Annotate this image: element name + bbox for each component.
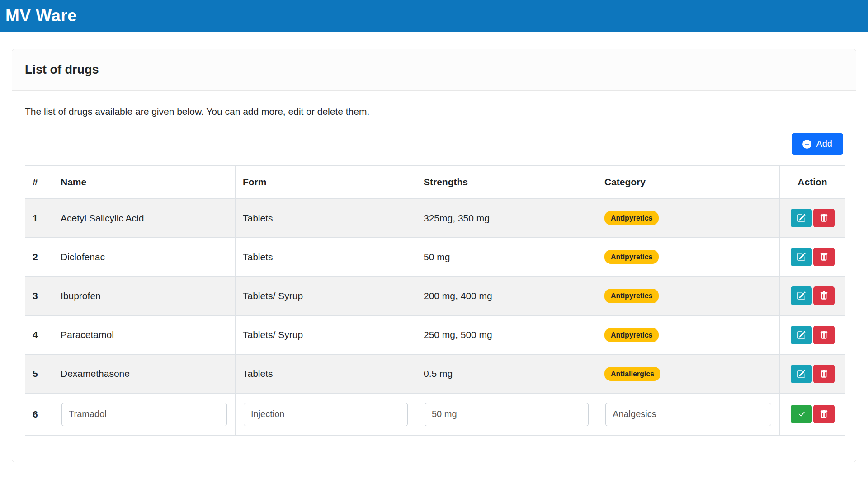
action-buttons <box>783 209 841 227</box>
card-header: List of drugs <box>12 49 856 91</box>
drug-name: Diclofenac <box>53 238 236 277</box>
form-input[interactable] <box>244 403 408 426</box>
trash-icon <box>820 214 828 222</box>
category-input[interactable] <box>605 403 771 426</box>
trash-icon <box>820 410 828 418</box>
drug-category-cell: Antipyretics <box>597 315 780 354</box>
drug-category-cell: Antipyretics <box>597 199 780 238</box>
category-badge: Antipyretics <box>604 328 659 342</box>
edit-button[interactable] <box>791 365 812 383</box>
drug-list-card: List of drugs The list of drugs availabl… <box>12 49 856 462</box>
page-title: List of drugs <box>25 63 843 77</box>
action-cell <box>780 199 845 238</box>
drug-strengths: 50 mg <box>416 238 597 277</box>
drug-name-cell <box>53 393 236 435</box>
name-input[interactable] <box>61 403 227 426</box>
pencil-icon <box>797 291 806 300</box>
row-index: 5 <box>25 354 53 393</box>
add-button-label: Add <box>816 139 832 149</box>
drug-name: Acetyl Salicylic Acid <box>53 199 236 238</box>
edit-button[interactable] <box>791 326 812 344</box>
action-cell <box>780 238 845 277</box>
row-index: 4 <box>25 315 53 354</box>
drug-name: Dexamethasone <box>53 354 236 393</box>
add-button[interactable]: Add <box>792 133 843 155</box>
trash-icon <box>820 253 828 261</box>
pencil-icon <box>797 253 806 261</box>
drug-form: Tablets <box>236 199 416 238</box>
action-buttons <box>783 286 841 305</box>
row-index: 6 <box>25 393 53 435</box>
category-badge: Antipyretics <box>604 289 659 303</box>
action-cell <box>780 354 845 393</box>
delete-button[interactable] <box>813 248 835 266</box>
action-buttons <box>783 405 841 423</box>
strengths-input[interactable] <box>425 403 589 426</box>
action-buttons <box>783 248 841 266</box>
top-navbar: MV Ware <box>0 0 868 32</box>
drug-category-cell: Antipyretics <box>597 238 780 277</box>
trash-icon <box>820 370 828 378</box>
header-action: Action <box>780 166 845 199</box>
row-index: 1 <box>25 199 53 238</box>
action-cell <box>780 393 845 435</box>
drug-strengths: 0.5 mg <box>416 354 597 393</box>
category-badge: Antipyretics <box>604 211 659 225</box>
card-body: The list of drugs available are given be… <box>12 91 856 462</box>
edit-button[interactable] <box>791 209 812 227</box>
pencil-icon <box>797 214 806 222</box>
trash-icon <box>820 331 828 339</box>
category-badge: Antiallergics <box>604 367 660 381</box>
drug-strengths: 250 mg, 500 mg <box>416 315 597 354</box>
row-index: 2 <box>25 238 53 277</box>
plus-circle-icon <box>802 140 811 149</box>
check-icon <box>797 410 806 418</box>
drug-form: Tablets <box>236 238 416 277</box>
action-buttons <box>783 365 841 383</box>
drug-form: Tablets/ Syrup <box>236 315 416 354</box>
delete-button[interactable] <box>813 209 835 227</box>
drug-name: Ibuprofen <box>53 277 236 315</box>
row-index: 3 <box>25 277 53 315</box>
drugs-table: # Name Form Strengths Category Action 1 … <box>25 165 845 436</box>
app-title: MV Ware <box>5 6 77 25</box>
action-cell <box>780 277 845 315</box>
drug-name: Paracetamol <box>53 315 236 354</box>
drug-form: Tablets <box>236 354 416 393</box>
table-row: 3 Ibuprofen Tablets/ Syrup 200 mg, 400 m… <box>25 277 845 315</box>
drug-category-cell <box>597 393 780 435</box>
drug-form-cell <box>236 393 416 435</box>
drug-category-cell: Antipyretics <box>597 277 780 315</box>
table-row: 2 Diclofenac Tablets 50 mg Antipyretics <box>25 238 845 277</box>
drug-form: Tablets/ Syrup <box>236 277 416 315</box>
header-strengths: Strengths <box>416 166 597 199</box>
table-header-row: # Name Form Strengths Category Action <box>25 166 845 199</box>
edit-button[interactable] <box>791 286 812 305</box>
description-text: The list of drugs available are given be… <box>25 106 843 117</box>
header-index: # <box>25 166 53 199</box>
category-badge: Antipyretics <box>604 250 659 264</box>
header-name: Name <box>53 166 236 199</box>
drug-strengths: 200 mg, 400 mg <box>416 277 597 315</box>
pencil-icon <box>797 331 806 339</box>
table-row: 1 Acetyl Salicylic Acid Tablets 325mg, 3… <box>25 199 845 238</box>
trash-icon <box>820 291 828 300</box>
delete-button[interactable] <box>813 326 835 344</box>
drug-category-cell: Antiallergics <box>597 354 780 393</box>
drug-strengths: 325mg, 350 mg <box>416 199 597 238</box>
delete-button[interactable] <box>813 365 835 383</box>
action-buttons <box>783 326 841 344</box>
table-row: 5 Dexamethasone Tablets 0.5 mg Antialler… <box>25 354 845 393</box>
table-row: 4 Paracetamol Tablets/ Syrup 250 mg, 500… <box>25 315 845 354</box>
table-edit-row: 6 <box>25 393 845 435</box>
delete-button[interactable] <box>813 405 835 423</box>
header-form: Form <box>236 166 416 199</box>
confirm-button[interactable] <box>791 405 812 423</box>
pencil-icon <box>797 370 806 378</box>
drug-strengths-cell <box>416 393 597 435</box>
action-cell <box>780 315 845 354</box>
header-category: Category <box>597 166 780 199</box>
toolbar: Add <box>25 133 843 155</box>
delete-button[interactable] <box>813 286 835 305</box>
edit-button[interactable] <box>791 248 812 266</box>
